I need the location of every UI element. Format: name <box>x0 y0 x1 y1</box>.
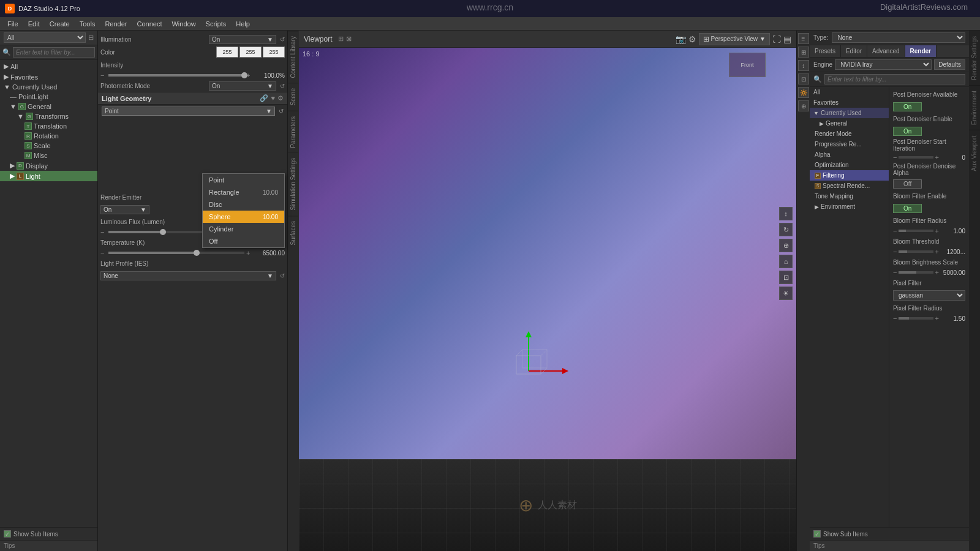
engine-select[interactable]: NVIDIA Iray <box>835 59 932 70</box>
show-sub-items-checkbox[interactable]: ✓ <box>4 530 11 538</box>
expand-icon[interactable]: ⊠ <box>346 35 352 43</box>
rt-item-all[interactable]: All <box>810 87 889 97</box>
color-box-g[interactable]: 255 <box>239 47 262 58</box>
right-show-sub-items-checkbox[interactable]: ✓ <box>813 530 821 538</box>
reset-icon[interactable]: ↺ <box>280 36 285 43</box>
render-emitter-dropdown[interactable]: On ▼ <box>100 205 149 214</box>
gear-icon[interactable]: ⚙ <box>277 94 284 102</box>
vp-zoom-btn[interactable]: ⊕ <box>779 239 793 252</box>
panel-icon[interactable]: ▤ <box>783 34 791 44</box>
sidebar-item-scale[interactable]: S Scale <box>0 141 97 151</box>
far-tab-render-settings[interactable]: Render Settings <box>969 31 980 85</box>
color-box-b[interactable]: 255 <box>263 47 285 58</box>
sidebar-item-transforms[interactable]: ▼ G Transforms <box>0 111 97 121</box>
scene-filter-dropdown[interactable]: All <box>4 32 86 43</box>
rt-item-environment[interactable]: ▶ Environment <box>810 201 889 212</box>
sidebar-item-misc[interactable]: M Misc <box>0 151 97 160</box>
photometric-dropdown[interactable]: On ▼ <box>209 81 276 91</box>
left-panel-collapse-icon[interactable]: ⊟ <box>88 34 94 42</box>
far-tab-aux-viewport[interactable]: Aux Viewport <box>969 130 980 176</box>
sidebar-item-rotation[interactable]: R Rotation <box>0 131 97 141</box>
rt-item-optimization[interactable]: Optimization <box>810 160 889 170</box>
rt-item-currently-used[interactable]: ▼ Currently Used <box>810 108 889 118</box>
menu-file[interactable]: File <box>2 19 23 29</box>
sidebar-item-currently-used[interactable]: ▼ Currently Used <box>0 82 97 92</box>
tab-presets[interactable]: Presets <box>810 45 841 57</box>
vp-move-btn[interactable]: ↕ <box>779 207 793 220</box>
bloom-brightness-minus[interactable]: − <box>893 269 897 276</box>
dropdown-item-sphere[interactable]: Sphere 10.00 <box>203 211 284 223</box>
rt-item-general[interactable]: ▶ General <box>810 118 889 129</box>
right-search-input[interactable] <box>824 74 965 84</box>
tab-advanced[interactable]: Advanced <box>867 45 905 57</box>
menu-connect[interactable]: Connect <box>132 19 167 29</box>
side-tab-scene[interactable]: Scene <box>288 83 298 110</box>
dropdown-item-point[interactable]: Point <box>203 174 284 186</box>
color-box-r[interactable]: 255 <box>216 47 238 58</box>
rt-btn-1[interactable]: ≡ <box>798 33 809 44</box>
left-search-input[interactable] <box>13 47 95 58</box>
sidebar-item-translation[interactable]: T Translation <box>0 121 97 131</box>
bloom-radius-minus[interactable]: − <box>893 227 897 234</box>
dropdown-item-disc[interactable]: Disc <box>203 198 284 211</box>
bloom-filter-enable-btn[interactable]: On <box>893 204 922 213</box>
pixel-radius-track[interactable] <box>899 317 933 320</box>
rt-item-alpha[interactable]: Alpha <box>810 149 889 160</box>
sidebar-item-favorites[interactable]: ▶ Favorites <box>0 72 97 82</box>
intensity-slider[interactable] <box>108 74 244 77</box>
temp-minus[interactable]: − <box>100 249 107 257</box>
rt-item-spectral[interactable]: S Spectral Rende... <box>810 181 889 191</box>
menu-tools[interactable]: Tools <box>75 19 100 29</box>
light-profile-dropdown[interactable]: None ▼ <box>100 271 276 280</box>
vp-home-btn[interactable]: ⌂ <box>779 255 793 268</box>
sidebar-item-all[interactable]: ▶ All <box>0 61 97 72</box>
light-geometry-section[interactable]: Light Geometry 🔗 ♥ ⚙ <box>98 92 287 105</box>
menu-scripts[interactable]: Scripts <box>201 19 232 29</box>
dropdown-item-cylinder[interactable]: Cylinder <box>203 223 284 235</box>
bloom-brightness-plus[interactable]: + <box>935 269 939 276</box>
menu-render[interactable]: Render <box>100 19 132 29</box>
bloom-radius-track[interactable] <box>899 230 933 232</box>
sidebar-item-light[interactable]: ▶ L Light <box>0 171 97 181</box>
sidebar-item-general[interactable]: ▼ G General <box>0 102 97 111</box>
vp-rotate-btn[interactable]: ↻ <box>779 223 793 236</box>
side-tab-surfaces[interactable]: Surfaces <box>288 216 298 250</box>
side-tab-parameters[interactable]: Parameters <box>288 111 298 153</box>
bloom-threshold-track[interactable] <box>899 250 933 253</box>
menu-edit[interactable]: Edit <box>23 19 45 29</box>
tab-render[interactable]: Render <box>905 45 937 57</box>
link-icon[interactable]: 🔗 <box>260 94 268 102</box>
pixel-filter-dropdown[interactable]: gaussian <box>893 290 965 301</box>
rt-item-progressive[interactable]: Progressive Re... <box>810 139 889 149</box>
rt-btn-2[interactable]: ⊞ <box>798 47 809 58</box>
bloom-threshold-minus[interactable]: − <box>893 248 897 255</box>
rt-item-favorites[interactable]: Favorites <box>810 97 889 108</box>
rt-btn-6[interactable]: ⊕ <box>798 100 809 111</box>
denoiser-start-plus[interactable]: + <box>935 154 939 161</box>
camera-icon[interactable]: 📷 <box>676 34 686 44</box>
side-tab-content-library[interactable]: Content Library <box>288 31 298 83</box>
sidebar-item-pointlight[interactable]: — PointLight <box>0 92 97 102</box>
settings-icon[interactable]: ⚙ <box>688 34 696 44</box>
bloom-threshold-plus[interactable]: + <box>935 248 939 255</box>
menu-window[interactable]: Window <box>167 19 200 29</box>
type-select[interactable]: None <box>832 32 965 43</box>
rt-item-filtering[interactable]: F Filtering <box>810 170 889 181</box>
denoiser-start-minus[interactable]: − <box>893 154 897 161</box>
light-geometry-current-dropdown[interactable]: Point ▼ <box>102 107 275 116</box>
denoiser-alpha-btn[interactable]: Off <box>893 179 922 189</box>
sidebar-item-display[interactable]: ▶ D Display <box>0 160 97 171</box>
reset-icon[interactable]: ↺ <box>280 272 285 279</box>
rt-btn-5[interactable]: 🔆 <box>798 87 809 98</box>
heart-icon[interactable]: ♥ <box>271 94 275 102</box>
intensity-minus[interactable]: − <box>100 72 107 79</box>
side-tab-simulation-settings[interactable]: Simulation Settings <box>288 152 298 216</box>
vp-frame-btn[interactable]: ⊡ <box>779 271 793 284</box>
rt-item-tone-mapping[interactable]: Tone Mapping <box>810 191 889 201</box>
flux-minus[interactable]: − <box>100 228 107 236</box>
dropdown-item-rectangle[interactable]: Rectangle 10.00 <box>203 186 284 198</box>
pixel-radius-minus[interactable]: − <box>893 315 897 322</box>
reset-icon[interactable]: ↺ <box>279 108 284 114</box>
rt-btn-3[interactable]: ↕ <box>798 60 809 71</box>
temp-plus[interactable]: + <box>246 249 252 257</box>
